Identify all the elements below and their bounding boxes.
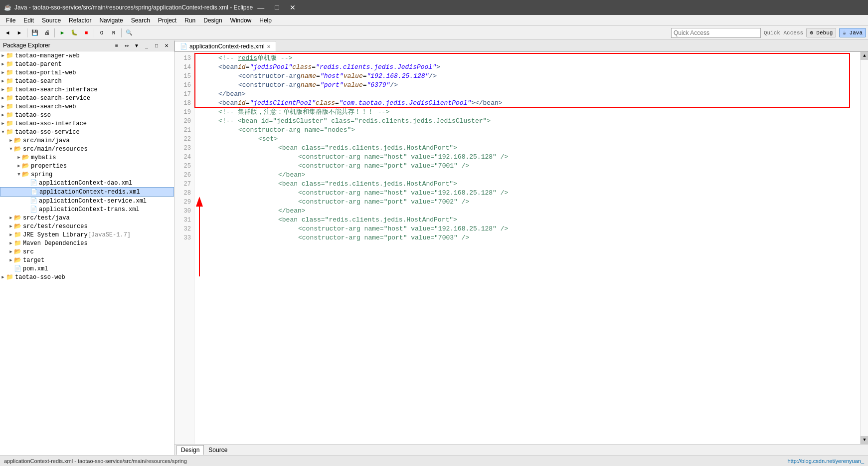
tb-forward-btn[interactable]: ▶: [14, 27, 25, 38]
tab-file-icon: 📄: [180, 43, 187, 50]
tree-item-taotao-manager-web[interactable]: ▶ 📁 taotao-manager-web: [0, 51, 174, 60]
tree-item-taotao-search-service[interactable]: ▶ 📁 taotao-search-service: [0, 94, 174, 102]
project-icon: 📁: [6, 103, 13, 110]
code-line-23: <bean class="redis.clients.jedis.HostAnd…: [198, 144, 856, 153]
menu-help[interactable]: Help: [255, 16, 276, 25]
package-explorer: Package Explorer ≡ ⇔ ▼ _ □ ✕ ▶ 📁 taotao-…: [0, 40, 174, 455]
tree-item-mybatis[interactable]: ▶ 📂 mybatis: [0, 153, 174, 162]
scroll-up-btn[interactable]: ▲: [861, 52, 868, 60]
quick-access-input[interactable]: [671, 28, 761, 38]
tree-item-taotao-sso[interactable]: ▶ 📁 taotao-sso: [0, 111, 174, 119]
menu-edit[interactable]: Edit: [19, 16, 38, 25]
tree-item-taotao-search[interactable]: ▶ 📁 taotao-search: [0, 77, 174, 85]
perspective-debug-btn[interactable]: ⚙ Debug: [806, 28, 836, 37]
menu-run[interactable]: Run: [180, 16, 199, 25]
status-right: http://blog.csdn.net/yerenyuan_: [788, 458, 865, 464]
code-line-16: <constructor-arg name="port" value="6379…: [198, 81, 856, 90]
right-scrollbar[interactable]: ▲ ▼: [860, 52, 868, 444]
tb-save-btn[interactable]: 💾: [29, 27, 40, 38]
xml-file-icon: 📄: [30, 206, 37, 213]
code-line-29: <constructor-arg name="port" value="7002…: [198, 198, 856, 207]
code-line-22: <set>: [198, 135, 856, 144]
tb-back-btn[interactable]: ◀: [2, 27, 13, 38]
tree-item-src-test-java[interactable]: ▶ 📂 src/test/java: [0, 214, 174, 222]
window-title: Java - taotao-sso-service/src/main/resou…: [14, 4, 253, 11]
tree-item-taotao-portal-web[interactable]: ▶ 📁 taotao-portal-web: [0, 68, 174, 77]
tb-open-res-btn[interactable]: R: [108, 27, 119, 38]
project-icon: 📁: [6, 273, 13, 281]
tree-item-taotao-sso-interface[interactable]: ▶ 📁 taotao-sso-interface: [0, 119, 174, 128]
tab-close-btn[interactable]: ✕: [267, 44, 271, 49]
tree-item-jre-lib[interactable]: ▶ 📁 JRE System Library [JavaSE-1.7]: [0, 231, 174, 239]
tree-item-taotao-search-interface[interactable]: ▶ 📁 taotao-search-interface: [0, 85, 174, 94]
window-icon: ☕: [4, 4, 11, 11]
pe-maximize-btn[interactable]: □: [152, 41, 161, 50]
tree-item-taotao-search-web[interactable]: ▶ 📁 taotao-search-web: [0, 102, 174, 111]
tree-item-src[interactable]: ▶ 📂 src: [0, 247, 174, 256]
tb-debug-btn[interactable]: 🐛: [69, 27, 80, 38]
pe-tree[interactable]: ▶ 📁 taotao-manager-web ▶ 📁 taotao-parent…: [0, 51, 174, 455]
tree-item-properties[interactable]: ▶ 📂 properties: [0, 162, 174, 170]
tree-item-taotao-parent[interactable]: ▶ 📁 taotao-parent: [0, 60, 174, 68]
tree-item-src-test-resources[interactable]: ▶ 📂 src/test/resources: [0, 222, 174, 231]
pe-menu-btn[interactable]: ▼: [132, 41, 141, 50]
close-button[interactable]: ✕: [285, 0, 301, 15]
tb-sep-2: [54, 28, 55, 37]
bottom-tab-source[interactable]: Source: [204, 445, 232, 455]
code-line-24: <constructor-arg name="host" value="192.…: [198, 153, 856, 162]
tree-item-app-context-redis[interactable]: 📄 applicationContext-redis.xml: [0, 187, 174, 197]
pe-minimize-btn[interactable]: _: [142, 41, 151, 50]
tb-search-btn[interactable]: 🔍: [124, 27, 135, 38]
tree-item-app-context-dao[interactable]: 📄 applicationContext-dao.xml: [0, 179, 174, 187]
tb-sep-4: [121, 28, 122, 37]
tb-stop-btn[interactable]: ■: [81, 27, 92, 38]
menu-file[interactable]: File: [2, 16, 19, 25]
toolbar: ◀ ▶ 💾 🖨 ▶ 🐛 ■ O R 🔍 Quick Access ⚙ Debug…: [0, 26, 868, 40]
menu-navigate[interactable]: Navigate: [95, 16, 127, 25]
tree-item-target[interactable]: ▶ 📂 target: [0, 256, 174, 264]
menu-design[interactable]: Design: [199, 16, 226, 25]
menu-project[interactable]: Project: [154, 16, 180, 25]
menu-refactor[interactable]: Refactor: [65, 16, 95, 25]
code-line-18: <bean id="jedisClientPool" class="com.ta…: [198, 99, 856, 108]
code-content[interactable]: <!-- redis单机版 --> <bean id="jedisPool" c…: [194, 52, 860, 444]
project-icon: 📁: [6, 60, 13, 68]
bottom-tab-design[interactable]: Design: [176, 445, 204, 455]
scroll-down-btn[interactable]: ▼: [861, 436, 868, 444]
pe-link-btn[interactable]: ⇔: [122, 41, 131, 50]
code-line-28: <constructor-arg name="host" value="192.…: [198, 189, 856, 198]
quick-access-label: Quick Access: [764, 30, 803, 36]
pe-close-btn[interactable]: ✕: [162, 41, 171, 50]
menu-search[interactable]: Search: [127, 16, 154, 25]
perspective-java-btn[interactable]: ☕ Java: [839, 28, 866, 37]
tree-item-app-context-service[interactable]: 📄 applicationContext-service.xml: [0, 197, 174, 205]
maximize-button[interactable]: □: [269, 0, 285, 15]
menu-window[interactable]: Window: [226, 16, 256, 25]
pe-collapse-btn[interactable]: ≡: [112, 41, 121, 50]
editor-tab-redis-xml[interactable]: 📄 applicationContext-redis.xml ✕: [174, 41, 276, 51]
tree-item-pom[interactable]: 📄 pom.xml: [0, 264, 174, 273]
lib-icon: 📁: [14, 231, 21, 238]
pe-title: Package Explorer: [3, 42, 50, 49]
tree-item-src-main-resources[interactable]: ▼ 📂 src/main/resources: [0, 145, 174, 153]
pe-scroll-container: ▶ 📁 taotao-manager-web ▶ 📁 taotao-parent…: [0, 51, 174, 455]
code-line-17: </bean>: [198, 90, 856, 99]
code-editor[interactable]: 13 14 15 16 17 18 19 20 21 22 23 24 25 2…: [174, 52, 868, 444]
tb-print-btn[interactable]: 🖨: [41, 27, 52, 38]
project-icon: 📁: [6, 52, 13, 59]
tree-item-maven-deps[interactable]: ▶ 📁 Maven Dependencies: [0, 239, 174, 247]
tree-item-src-main-java[interactable]: ▶ 📂 src/main/java: [0, 136, 174, 145]
tree-item-spring[interactable]: ▼ 📂 spring: [0, 170, 174, 179]
tree-item-app-context-trans[interactable]: 📄 applicationContext-trans.xml: [0, 205, 174, 214]
tree-item-taotao-sso-service[interactable]: ▼ 📁 taotao-sso-service: [0, 128, 174, 136]
folder-icon: 📂: [14, 223, 21, 230]
code-line-33: <constructor-arg name="port" value="7003…: [198, 233, 856, 242]
tree-arrow: ▶: [0, 53, 6, 58]
menu-source[interactable]: Source: [38, 16, 65, 25]
minimize-button[interactable]: —: [253, 0, 269, 15]
code-line-15: <constructor-arg name="host" value="192.…: [198, 72, 856, 81]
tb-open-type-btn[interactable]: O: [96, 27, 107, 38]
code-line-13: <!-- redis单机版 -->: [198, 54, 856, 63]
tree-item-taotao-sso-web[interactable]: ▶ 📁 taotao-sso-web: [0, 273, 174, 281]
tb-run-btn[interactable]: ▶: [57, 27, 68, 38]
